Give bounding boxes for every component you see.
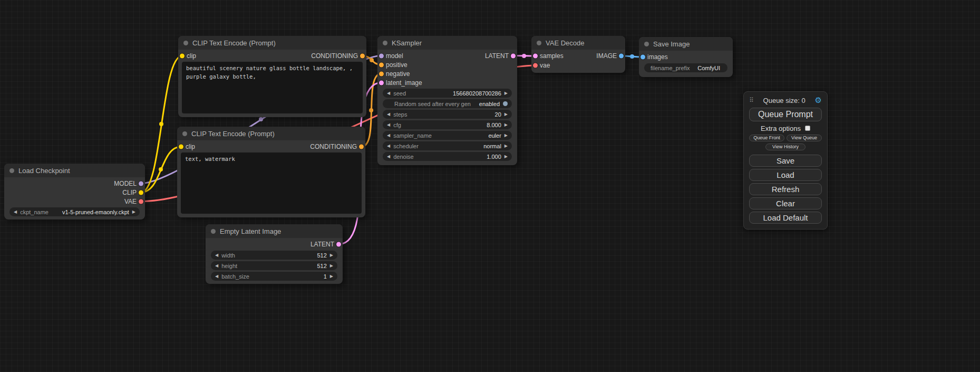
input-slot-images[interactable]: [641, 55, 645, 60]
widget-batch-size[interactable]: ◀ batch_size 1 ▶: [211, 272, 337, 281]
widget-height[interactable]: ◀ height 512 ▶: [211, 261, 337, 270]
view-history-button[interactable]: View History: [765, 144, 806, 150]
widget-width[interactable]: ◀ width 512 ▶: [211, 251, 337, 260]
input-slot-samples[interactable]: [533, 54, 538, 59]
widget-value: 512: [317, 252, 326, 259]
output-slot-latent[interactable]: [336, 242, 341, 247]
input-slot-clip[interactable]: [179, 145, 183, 149]
node-empty-latent-image[interactable]: Empty Latent Image LATENT ◀ width 512 ▶ …: [206, 224, 343, 284]
decrement-icon[interactable]: ◀: [387, 91, 390, 96]
collapse-dot-icon[interactable]: [383, 41, 387, 45]
next-option-icon[interactable]: ▶: [132, 210, 135, 214]
next-option-icon[interactable]: ▶: [504, 144, 508, 148]
input-slot-vae[interactable]: [533, 63, 538, 68]
view-queue-button[interactable]: View Queue: [787, 135, 822, 141]
load-button[interactable]: Load: [749, 169, 822, 181]
prev-option-icon[interactable]: ◀: [387, 144, 390, 148]
node-title-bar[interactable]: CLIP Text Encode (Prompt): [177, 127, 365, 140]
widget-name: height: [221, 263, 237, 269]
prev-option-icon[interactable]: ◀: [14, 210, 17, 214]
output-label: MODEL: [114, 180, 137, 187]
node-clip-text-encode-positive[interactable]: CLIP Text Encode (Prompt) clip CONDITION…: [178, 36, 366, 117]
node-title: Load Checkpoint: [18, 167, 70, 175]
input-slot-clip[interactable]: [180, 54, 185, 59]
widget-cfg[interactable]: ◀ cfg 8.000 ▶: [383, 120, 512, 129]
input-slot-positive[interactable]: [379, 62, 384, 67]
node-ksampler[interactable]: KSampler model LATENT positive negative …: [377, 36, 517, 165]
node-canvas[interactable]: Load Checkpoint MODEL CLIP VAE ◀ ckpt_na…: [0, 0, 980, 372]
output-label: CONDITIONING: [310, 143, 357, 150]
clear-button[interactable]: Clear: [749, 197, 822, 209]
output-slot-vae[interactable]: [139, 199, 143, 204]
prompt-textarea[interactable]: text, watermark: [181, 152, 362, 214]
link-dot: [159, 167, 163, 171]
decrement-icon[interactable]: ◀: [215, 264, 218, 268]
collapse-dot-icon[interactable]: [211, 229, 216, 234]
widget-sampler-name[interactable]: ◀ sampler_name euler ▶: [383, 131, 512, 140]
link-dot: [369, 108, 373, 112]
menu-header: ⠿ Queue size: 0 ⚙: [749, 95, 822, 106]
input-label: clip: [187, 52, 196, 60]
output-slot-model[interactable]: [139, 181, 143, 186]
save-button[interactable]: Save: [749, 155, 822, 167]
output-slot-conditioning[interactable]: [360, 54, 365, 59]
collapse-dot-icon[interactable]: [9, 168, 14, 173]
node-clip-text-encode-negative[interactable]: CLIP Text Encode (Prompt) clip CONDITION…: [177, 127, 365, 217]
collapse-dot-icon[interactable]: [183, 41, 188, 45]
node-title-bar[interactable]: CLIP Text Encode (Prompt): [178, 36, 366, 50]
widget-value: euler: [488, 132, 501, 139]
drag-handle-icon[interactable]: ⠿: [749, 97, 754, 104]
output-slot-image[interactable]: [619, 54, 624, 59]
increment-icon[interactable]: ▶: [504, 155, 508, 159]
input-slot-negative[interactable]: [379, 71, 384, 76]
slot-row: LATENT: [206, 240, 343, 249]
widget-steps[interactable]: ◀ steps 20 ▶: [383, 110, 512, 119]
output-slot-clip[interactable]: [139, 190, 143, 195]
decrement-icon[interactable]: ◀: [215, 253, 218, 257]
increment-icon[interactable]: ▶: [330, 264, 333, 268]
collapse-dot-icon[interactable]: [644, 42, 649, 46]
input-slot-model[interactable]: [379, 53, 384, 58]
decrement-icon[interactable]: ◀: [215, 274, 218, 279]
decrement-icon[interactable]: ◀: [387, 123, 390, 127]
widget-filename-prefix[interactable]: filename_prefix ComfyUI: [644, 63, 727, 72]
toggle-indicator[interactable]: [503, 101, 508, 106]
extra-options-checkbox[interactable]: [805, 126, 810, 131]
settings-gear-icon[interactable]: ⚙: [815, 96, 822, 105]
refresh-button[interactable]: Refresh: [749, 183, 822, 195]
decrement-icon[interactable]: ◀: [387, 112, 390, 117]
node-load-checkpoint[interactable]: Load Checkpoint MODEL CLIP VAE ◀ ckpt_na…: [4, 164, 145, 220]
input-label: clip: [186, 143, 195, 150]
node-title-bar[interactable]: Load Checkpoint: [4, 164, 145, 177]
widget-ckpt-name[interactable]: ◀ ckpt_name v1-5-pruned-emaonly.ckpt ▶: [9, 207, 140, 216]
node-title-bar[interactable]: Empty Latent Image: [206, 224, 343, 238]
queue-prompt-button[interactable]: Queue Prompt: [749, 108, 822, 121]
widget-seed[interactable]: ◀ seed 156680208700286 ▶: [383, 89, 512, 98]
node-save-image[interactable]: Save Image images filename_prefix ComfyU…: [639, 37, 733, 77]
prompt-textarea[interactable]: beautiful scenery nature glass bottle la…: [182, 62, 363, 113]
increment-icon[interactable]: ▶: [330, 253, 333, 257]
next-option-icon[interactable]: ▶: [504, 133, 508, 138]
output-slot-conditioning[interactable]: [359, 145, 364, 149]
load-default-button[interactable]: Load Default: [749, 212, 822, 224]
output-label: CLIP: [122, 189, 137, 196]
node-title-bar[interactable]: KSampler: [377, 36, 517, 50]
widget-scheduler[interactable]: ◀ scheduler normal ▶: [383, 141, 512, 150]
widget-denoise[interactable]: ◀ denoise 1.000 ▶: [383, 152, 512, 161]
prev-option-icon[interactable]: ◀: [387, 133, 390, 138]
increment-icon[interactable]: ▶: [504, 123, 508, 127]
increment-icon[interactable]: ▶: [330, 274, 333, 279]
widget-value: 20: [495, 111, 501, 118]
decrement-icon[interactable]: ◀: [387, 155, 390, 159]
output-slot-latent[interactable]: [511, 53, 516, 58]
increment-icon[interactable]: ▶: [504, 112, 508, 117]
input-slot-latent-image[interactable]: [379, 80, 384, 85]
widget-random-seed-toggle[interactable]: Random seed after every gen enabled: [383, 99, 512, 108]
increment-icon[interactable]: ▶: [504, 91, 508, 96]
collapse-dot-icon[interactable]: [537, 41, 541, 45]
collapse-dot-icon[interactable]: [182, 131, 187, 136]
queue-front-button[interactable]: Queue Front: [749, 135, 784, 141]
node-title-bar[interactable]: Save Image: [639, 37, 733, 51]
node-title-bar[interactable]: VAE Decode: [531, 36, 625, 50]
node-vae-decode[interactable]: VAE Decode samples IMAGE vae: [531, 36, 625, 73]
